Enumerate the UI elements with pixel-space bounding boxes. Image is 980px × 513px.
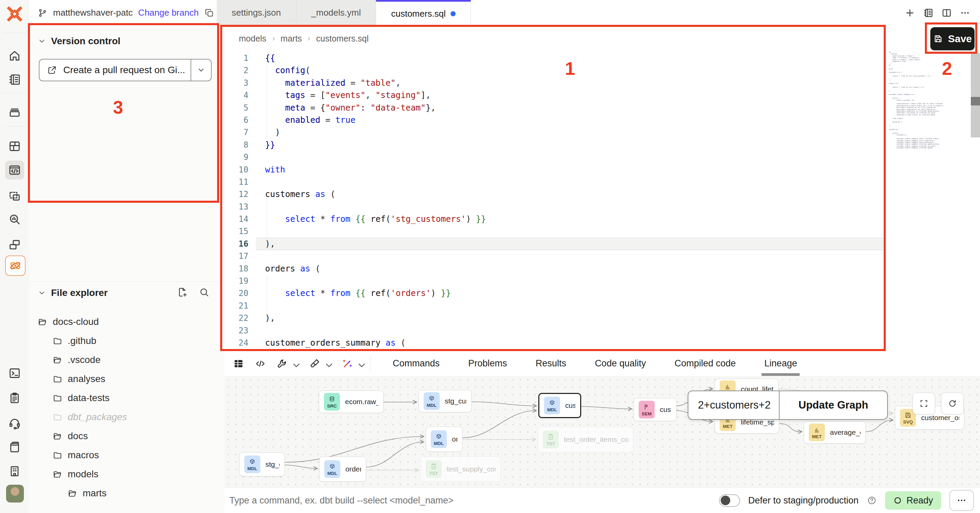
- code-line[interactable]: 13: [224, 201, 885, 213]
- tree-item-dbt_packages[interactable]: dbt_packages: [29, 408, 224, 427]
- tree-item-macros[interactable]: macros: [29, 446, 224, 465]
- lineage-node-stg-customers[interactable]: MDL stg_customers: [418, 390, 472, 412]
- lineage-node-stg-orders[interactable]: MDL stg_orders: [239, 453, 285, 476]
- save-button[interactable]: Save: [930, 27, 975, 50]
- sidebar-item-catalog-search[interactable]: [5, 210, 24, 229]
- panel-list-button[interactable]: [923, 8, 934, 18]
- version-control-header[interactable]: Version control: [37, 36, 121, 47]
- format-code-button[interactable]: [309, 358, 331, 369]
- code-line[interactable]: 4 tags = ["events", "staging"],: [224, 89, 885, 102]
- lineage-node-customers-model[interactable]: MDL customers: [538, 393, 581, 418]
- code-line[interactable]: 16 ),: [224, 238, 885, 250]
- tab-settings.json[interactable]: settings.json: [217, 0, 296, 25]
- tree-item-data-tests[interactable]: data-tests: [29, 389, 224, 408]
- sidebar-item-terminal[interactable]: [5, 364, 24, 383]
- code-line[interactable]: 22 ),: [224, 312, 885, 324]
- code-line[interactable]: 3 materialized = "table",: [224, 77, 885, 89]
- code-line[interactable]: 24 customer_orders_summary as (: [224, 337, 885, 349]
- code-line[interactable]: 15: [224, 225, 885, 237]
- code-line[interactable]: 1 {{: [224, 52, 885, 64]
- new-file-icon[interactable]: [177, 287, 188, 298]
- editor-scrollbar-thumb[interactable]: [971, 97, 980, 105]
- more-options-button[interactable]: [959, 8, 970, 18]
- tab-lineage[interactable]: Lineage: [750, 351, 811, 376]
- code-line[interactable]: 17: [224, 250, 885, 262]
- sidebar-item-canvas[interactable]: [5, 187, 24, 206]
- lineage-graph[interactable]: SRC ecom.raw_customers MDL stg_customers…: [224, 376, 980, 487]
- lineage-node-raw-customers[interactable]: SRC ecom.raw_customers: [319, 391, 383, 413]
- refresh-graph-button[interactable]: [941, 392, 964, 415]
- code-editor[interactable]: modelsmartscustomers.sql 1 {{ 2 config( …: [224, 25, 980, 351]
- tab-problems[interactable]: Problems: [454, 351, 521, 376]
- create-pull-request-main[interactable]: Create a pull request on Gi...: [40, 60, 191, 81]
- change-branch-link[interactable]: Change branch: [138, 8, 199, 18]
- code-line[interactable]: 19: [224, 275, 885, 287]
- code-line[interactable]: 11: [224, 176, 885, 188]
- sidebar-item-notebook[interactable]: [5, 70, 24, 89]
- status-badge[interactable]: Ready: [885, 491, 941, 510]
- user-avatar[interactable]: [6, 485, 24, 502]
- tab-customers.sql[interactable]: customers.sql: [376, 0, 471, 25]
- editor-scrollbar[interactable]: [971, 53, 980, 137]
- help-icon[interactable]: [867, 495, 877, 505]
- code-line[interactable]: 5 meta = {"owner": "data-team"},: [224, 102, 885, 114]
- code-line[interactable]: 14 select * from {{ ref('stg_customers')…: [224, 213, 885, 225]
- sidebar-item-home[interactable]: [5, 46, 24, 65]
- tab-commands[interactable]: Commands: [379, 351, 454, 376]
- preview-results-button[interactable]: [233, 358, 244, 369]
- tree-item-docs-cloud[interactable]: docs-cloud: [29, 312, 224, 331]
- file-explorer-header[interactable]: File explorer: [37, 287, 108, 299]
- update-graph-button[interactable]: Update Graph: [780, 391, 887, 419]
- tree-item-.github[interactable]: .github: [29, 331, 224, 350]
- code-line[interactable]: 8 }}: [224, 139, 885, 151]
- compile-code-button[interactable]: [255, 358, 266, 369]
- code-line[interactable]: 2 config(: [224, 64, 885, 76]
- code-line[interactable]: 12 customers as (: [224, 188, 885, 200]
- sidebar-item-tasks[interactable]: [5, 389, 24, 408]
- code-line[interactable]: 6 enabled = true: [224, 114, 885, 126]
- sidebar-item-support[interactable]: [5, 414, 24, 433]
- sidebar-item-dbt-copilot[interactable]: [5, 256, 25, 276]
- code-line[interactable]: 21: [224, 300, 885, 312]
- lineage-selector-input[interactable]: 2+customers+2: [688, 391, 779, 419]
- lineage-node-customers-semantic[interactable]: SEM customers: [633, 398, 676, 421]
- fullscreen-button[interactable]: [913, 392, 935, 415]
- tab-code-quality[interactable]: Code quality: [581, 351, 660, 376]
- lineage-node-orders[interactable]: MDL orders: [426, 427, 463, 452]
- defer-toggle[interactable]: [719, 494, 740, 507]
- tab-results[interactable]: Results: [521, 351, 581, 376]
- sidebar-item-organization[interactable]: [5, 462, 24, 481]
- sidebar-item-apps[interactable]: [5, 235, 24, 254]
- copilot-actions-button[interactable]: [342, 358, 364, 369]
- build-model-button[interactable]: [276, 358, 299, 369]
- sidebar-item-dashboards[interactable]: [5, 137, 24, 156]
- pull-request-dropdown[interactable]: [191, 60, 211, 81]
- sidebar-item-projects[interactable]: [5, 102, 24, 121]
- new-tab-button[interactable]: [904, 8, 915, 18]
- tab-compiled-code[interactable]: Compiled code: [660, 351, 750, 376]
- search-files-icon[interactable]: [199, 287, 210, 298]
- code-area[interactable]: 1 {{ 2 config( 3 materialized = "table",…: [224, 52, 885, 349]
- lineage-node-order-items[interactable]: MDL order_items: [319, 457, 366, 482]
- status-more-button[interactable]: [950, 490, 974, 511]
- lineage-node-test-supply-costs[interactable]: TST test_supply_costs_sum_correctly: [421, 457, 501, 482]
- split-editor-button[interactable]: [941, 8, 952, 18]
- tab-_models.yml[interactable]: _models.yml: [296, 0, 376, 25]
- code-line[interactable]: 9: [224, 151, 885, 163]
- code-line[interactable]: 10 with: [224, 164, 885, 176]
- create-pull-request-button[interactable]: Create a pull request on Gi...: [39, 59, 212, 81]
- tree-item-analyses[interactable]: analyses: [29, 369, 224, 389]
- code-line[interactable]: 7 ): [224, 126, 885, 138]
- tree-item-marts[interactable]: marts: [29, 484, 224, 503]
- command-input[interactable]: Type a command, ex. dbt build --select <…: [229, 488, 672, 513]
- code-line[interactable]: 18 orders as (: [224, 263, 885, 275]
- tree-item-.vscode[interactable]: .vscode: [29, 350, 224, 369]
- copy-branch-icon[interactable]: [204, 8, 215, 18]
- tree-item-models[interactable]: models: [29, 465, 224, 484]
- tree-item-docs[interactable]: docs: [29, 427, 224, 446]
- lineage-node-test-order-items[interactable]: TST test_order_items_compute_to_bools_co…: [538, 427, 633, 453]
- sidebar-item-code-editor[interactable]: [5, 160, 24, 179]
- sidebar-item-docs[interactable]: [5, 437, 24, 457]
- code-line[interactable]: 23: [224, 324, 885, 337]
- minimap[interactable]: {{ config( materialized = "table", tags …: [889, 51, 943, 150]
